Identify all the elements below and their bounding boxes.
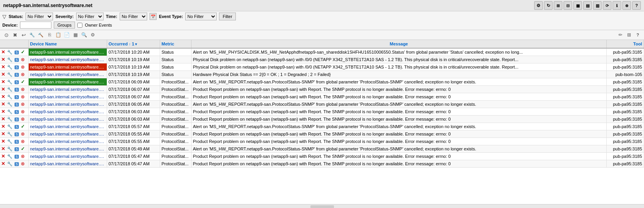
- tb-grid[interactable]: ▦: [71, 31, 79, 39]
- action-status-x[interactable]: ⊗: [21, 109, 25, 114]
- col-header-occurred[interactable]: Occurred ↑ 1▼: [107, 40, 160, 48]
- col-header-metric[interactable]: Metric: [160, 40, 191, 48]
- sync3-icon[interactable]: ⊗: [622, 1, 631, 10]
- action-x[interactable]: ✕: [1, 139, 5, 144]
- action-status-x[interactable]: ⊗: [21, 131, 25, 137]
- action-status-x[interactable]: ⊗: [21, 101, 25, 107]
- refresh-icon[interactable]: ↻: [544, 1, 553, 10]
- action-wrench[interactable]: 🔧: [7, 50, 13, 54]
- help-icon[interactable]: ?: [632, 1, 641, 10]
- action-x[interactable]: ✕: [1, 57, 5, 62]
- action-status-check[interactable]: ✓: [21, 124, 25, 129]
- action-status-x[interactable]: ⊗: [21, 139, 25, 144]
- cell-device-name[interactable]: netapp9-san.internal.sentrysoftware.net: [28, 116, 107, 123]
- tb-paste[interactable]: 📋: [54, 31, 62, 39]
- tb-right-edit[interactable]: ✏: [617, 31, 624, 39]
- sync1-icon[interactable]: ⟳: [603, 1, 611, 10]
- scrollbar-bottom[interactable]: [0, 204, 644, 208]
- tb-config[interactable]: ⚙: [89, 31, 97, 39]
- device-input[interactable]: [20, 22, 51, 29]
- action-x[interactable]: ✕: [1, 154, 5, 159]
- groups-button[interactable]: Groups: [54, 22, 75, 29]
- tb-arrow[interactable]: ↩: [20, 31, 27, 39]
- cell-device-name[interactable]: netapp9-san.internal.sentrysoftware.net: [28, 108, 107, 116]
- action-status-x[interactable]: ⊗: [21, 64, 25, 70]
- severity-select[interactable]: No Filter: [76, 13, 104, 20]
- cell-device-name[interactable]: netapp9-san.internal.sentrysoftware.net: [28, 56, 107, 63]
- grid2-icon[interactable]: ⊟: [564, 1, 572, 10]
- grid3-icon[interactable]: ▦: [573, 1, 582, 10]
- cell-device-name[interactable]: netapp9-san.internal.sentrysoftware.net: [28, 130, 107, 138]
- tb-search[interactable]: 🔍: [80, 31, 88, 39]
- tb-right-help[interactable]: ?: [634, 31, 642, 39]
- action-status-x[interactable]: ⊗: [21, 87, 25, 92]
- action-wrench[interactable]: 🔧: [7, 132, 13, 136]
- cell-device-name[interactable]: netapp9-san.internal.sentrysoftware.net: [28, 145, 107, 153]
- action-wrench[interactable]: 🔧: [7, 65, 13, 69]
- tb-tools1[interactable]: 🔧: [28, 31, 36, 39]
- action-x[interactable]: ✕: [1, 64, 5, 70]
- event-type-select[interactable]: No Filter: [185, 13, 217, 20]
- action-status-check[interactable]: ✓: [21, 49, 25, 55]
- action-wrench[interactable]: 🔧: [7, 154, 13, 159]
- tb-check-all[interactable]: ⊙: [2, 31, 10, 39]
- action-status-x[interactable]: ⊗: [21, 116, 25, 122]
- action-wrench[interactable]: 🔧: [7, 124, 13, 129]
- grid1-icon[interactable]: ⊞: [554, 1, 562, 10]
- owner-events-checkbox[interactable]: [77, 23, 82, 28]
- action-status-x[interactable]: ⊗: [21, 94, 25, 99]
- action-x[interactable]: ✕: [1, 79, 5, 85]
- time-select[interactable]: No Filter: [120, 13, 147, 20]
- action-wrench[interactable]: 🔧: [7, 109, 13, 114]
- action-x[interactable]: ✕: [1, 146, 5, 152]
- cell-device-name[interactable]: netapp9-san.internal.sentrysoftware.net: [28, 71, 107, 78]
- cell-device-name[interactable]: netapp9-san.internal.sentrysoftware.net: [28, 123, 107, 130]
- cell-device-name[interactable]: netapp9-san.internal.sentrysoftware.net: [28, 138, 107, 145]
- action-wrench[interactable]: 🔧: [7, 72, 13, 77]
- action-status-x[interactable]: ⊗: [21, 154, 25, 159]
- action-x[interactable]: ✕: [1, 109, 5, 114]
- filter-button[interactable]: Filter: [219, 13, 235, 20]
- cell-device-name[interactable]: netapp9-san.internal.sentrysoftware.net: [28, 86, 107, 93]
- action-wrench[interactable]: 🔧: [7, 80, 13, 84]
- action-wrench[interactable]: 🔧: [7, 87, 13, 92]
- cell-device-name[interactable]: netapp9-san.internal.sentrysoftware.net: [28, 101, 107, 108]
- sync2-icon[interactable]: ℹ: [613, 1, 621, 10]
- cell-device-name[interactable]: netapp9-san.internal.sentrysoftware.net: [28, 48, 107, 56]
- action-status-check[interactable]: ✓: [21, 146, 25, 152]
- col-header-device[interactable]: Device Name: [28, 40, 107, 48]
- tb-tools2[interactable]: 🔨: [37, 31, 45, 39]
- tb-x-all[interactable]: ✖: [11, 31, 19, 39]
- grid4-icon[interactable]: ▤: [583, 1, 592, 10]
- action-wrench[interactable]: 🔧: [7, 147, 13, 151]
- tb-right-grid[interactable]: ⊞: [625, 31, 633, 39]
- action-x[interactable]: ✕: [1, 124, 5, 129]
- action-status-x[interactable]: ⊗: [21, 161, 25, 166]
- action-wrench[interactable]: 🔧: [7, 57, 13, 62]
- action-wrench[interactable]: 🔧: [7, 161, 13, 166]
- action-x[interactable]: ✕: [1, 131, 5, 137]
- action-wrench[interactable]: 🔧: [7, 94, 13, 99]
- cell-device-name[interactable]: netapp9-san.internal.sentrysoftware.net: [28, 63, 107, 71]
- tb-copy[interactable]: ⎘: [46, 31, 53, 39]
- action-x[interactable]: ✕: [1, 94, 5, 99]
- action-wrench[interactable]: 🔧: [7, 102, 13, 107]
- cell-device-name[interactable]: netapp9-san.internal.sentrysoftware.net: [28, 153, 107, 160]
- grid5-icon[interactable]: ▥: [593, 1, 602, 10]
- filter-icon[interactable]: ⚙: [534, 1, 543, 10]
- cell-device-name[interactable]: netapp9-san.internal.sentrysoftware.net: [28, 93, 107, 101]
- action-x[interactable]: ✕: [1, 116, 5, 122]
- col-header-tool[interactable]: Tool: [607, 40, 644, 48]
- action-x[interactable]: ✕: [1, 101, 5, 107]
- cell-device-name[interactable]: netapp9-san.internal.sentrysoftware.net: [28, 160, 107, 168]
- action-status-check[interactable]: ✓: [21, 79, 25, 85]
- action-wrench[interactable]: 🔧: [7, 117, 13, 121]
- action-x[interactable]: ✕: [1, 87, 5, 92]
- action-wrench[interactable]: 🔧: [7, 139, 13, 144]
- action-status-x[interactable]: ⊗: [21, 72, 25, 77]
- action-x[interactable]: ✕: [1, 49, 5, 55]
- tb-edit[interactable]: 📄: [63, 31, 71, 39]
- action-x[interactable]: ✕: [1, 161, 5, 166]
- action-status-x[interactable]: ⊗: [21, 57, 25, 62]
- status-select[interactable]: No Filter: [26, 13, 53, 20]
